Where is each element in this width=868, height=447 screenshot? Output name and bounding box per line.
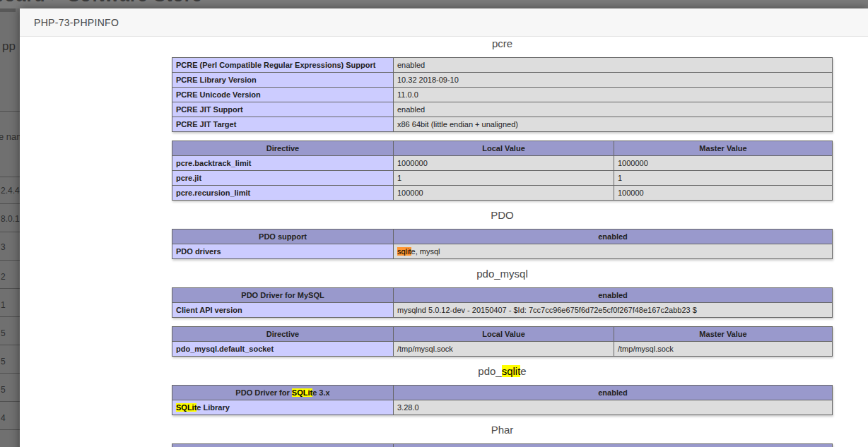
table-row: pcre.recursion_limit 100000 100000 — [172, 186, 833, 201]
phar-table: Phar: PHP Archive support enabled — [172, 443, 833, 447]
table-row: PCRE Library Version 10.32 2018-09-10 — [172, 73, 833, 88]
find-highlight-match: sqlit — [502, 365, 521, 377]
table-row: PDO drivers sqlite, mysql — [172, 244, 833, 259]
background-column-header-fragment: e nam — [0, 131, 20, 142]
background-divider — [0, 429, 20, 430]
master-value-cell: 1 — [614, 171, 833, 186]
prop-label-cell: PCRE (Perl Compatible Regular Expression… — [172, 58, 394, 73]
background-divider — [0, 260, 20, 261]
background-divider — [0, 288, 20, 289]
table-row: PCRE (Perl Compatible Regular Expression… — [172, 58, 833, 73]
prop-label-cell: SQLite Library — [172, 400, 394, 415]
background-cell-fragment: 5 — [1, 328, 6, 338]
background-divider — [0, 177, 20, 177]
background-block — [0, 8, 16, 12]
modal-title: PHP-73-PHPINFO — [34, 17, 119, 28]
find-highlight-match: SQLit — [292, 388, 312, 397]
column-header: Directive — [172, 141, 394, 156]
prop-label-cell: PDO drivers — [172, 244, 394, 259]
prop-value-cell: 11.0.0 — [394, 88, 833, 102]
prop-label-cell: PCRE JIT Support — [172, 102, 394, 117]
background-text-fragment: pp — [2, 40, 16, 54]
column-header: Directive — [172, 327, 394, 342]
column-header: Master Value — [614, 141, 833, 156]
directive-cell: pcre.jit — [172, 171, 394, 186]
prop-value-cell: sqlite, mysql — [394, 244, 833, 259]
local-value-cell: /tmp/mysql.sock — [394, 342, 614, 357]
column-header: Local Value — [394, 327, 614, 342]
modal-header: PHP-73-PHPINFO — [20, 8, 868, 37]
background-divider — [0, 373, 20, 374]
background-divider — [0, 232, 20, 232]
table-title-value-cell: enabled — [394, 230, 833, 244]
table-header-row: PDO Driver for SQLite 3.x enabled — [172, 386, 833, 400]
table-header-row: PDO Driver for MySQL enabled — [172, 288, 833, 303]
background-cell-fragment: 4 — [1, 413, 6, 423]
table-row: Client API version mysqlnd 5.0.12-dev - … — [172, 303, 833, 318]
table-title-cell: Phar: PHP Archive support — [172, 444, 394, 447]
modal-body-scroll-area[interactable]: pcre PCRE (Perl Compatible Regular Expre… — [20, 37, 868, 447]
section-heading-pdo: PDO — [172, 209, 833, 221]
table-row: PCRE JIT Support enabled — [172, 102, 833, 117]
modal-backdrop[interactable]: pp e nam 2.4.4 8.0.1 3 2 1 5 5 5 4 — [0, 8, 20, 447]
table-row: PCRE JIT Target x86 64bit (little endian… — [172, 117, 833, 132]
table-title-value-cell: enabled — [394, 386, 833, 400]
section-heading-pcre: pcre — [172, 37, 833, 49]
table-row: PCRE Unicode Version 11.0.0 — [172, 88, 833, 102]
pcre-properties-table: PCRE (Perl Compatible Regular Expression… — [172, 57, 833, 132]
table-title-value-cell: enabled — [394, 288, 833, 303]
master-value-cell: 1000000 — [614, 156, 833, 171]
phpinfo-modal: PHP-73-PHPINFO pcre PCRE (Perl Compatibl… — [20, 8, 868, 447]
table-title-cell: PDO Driver for MySQL — [172, 288, 394, 303]
find-highlight-active: sqlit — [397, 247, 411, 256]
table-row: SQLite Library 3.28.0 — [172, 400, 833, 415]
pdo-mysql-table: PDO Driver for MySQL enabled Client API … — [172, 287, 833, 318]
background-divider — [0, 316, 20, 317]
table-header-row: PDO support enabled — [172, 230, 833, 244]
local-value-cell: 100000 — [394, 186, 614, 201]
find-highlight-match: SQLit — [176, 403, 197, 412]
pdo-sqlite-table: PDO Driver for SQLite 3.x enabled SQLite… — [172, 385, 833, 415]
directive-cell: pcre.recursion_limit — [172, 186, 394, 201]
pdo-support-table: PDO support enabled PDO drivers sqlite, … — [172, 229, 833, 259]
section-heading-phar: Phar — [172, 424, 833, 436]
table-title-cell: PDO Driver for SQLite 3.x — [172, 386, 394, 400]
background-divider — [0, 203, 20, 204]
prop-label-cell: Client API version — [172, 303, 394, 318]
section-heading-pdo-sqlite: pdo_sqlite — [172, 365, 833, 377]
background-cell-fragment: 1 — [1, 300, 6, 310]
local-value-cell: 1 — [394, 171, 614, 186]
prop-value-cell: 10.32 2018-09-10 — [394, 73, 833, 88]
master-value-cell: 100000 — [614, 186, 833, 201]
background-breadcrumb: board > Software Store — [0, 0, 202, 6]
table-title-value-cell: enabled — [394, 444, 833, 447]
pcre-directives-table: Directive Local Value Master Value pcre.… — [172, 141, 833, 201]
background-divider — [0, 401, 20, 402]
table-title-cell: PDO support — [172, 230, 394, 244]
background-cell-fragment: 8.0.1 — [1, 214, 20, 224]
background-divider — [0, 111, 20, 112]
table-row: pdo_mysql.default_socket /tmp/mysql.sock… — [172, 342, 833, 357]
table-row: pcre.jit 1 1 — [172, 171, 833, 186]
prop-value-cell: x86 64bit (little endian + unaligned) — [394, 117, 833, 132]
background-cell-fragment: 2 — [1, 272, 6, 282]
table-header-row: Directive Local Value Master Value — [172, 141, 833, 156]
prop-label-cell: PCRE Unicode Version — [172, 88, 394, 102]
background-cell-fragment: 2.4.4 — [1, 186, 20, 196]
prop-label-cell: PCRE JIT Target — [172, 117, 394, 132]
prop-label-cell: PCRE Library Version — [172, 73, 394, 88]
local-value-cell: 1000000 — [394, 156, 614, 171]
prop-value-cell: mysqlnd 5.0.12-dev - 20150407 - $Id: 7cc… — [394, 303, 833, 318]
table-row: pcre.backtrack_limit 1000000 1000000 — [172, 156, 833, 171]
background-cell-fragment: 5 — [1, 357, 6, 366]
prop-value-cell: enabled — [394, 102, 833, 117]
directive-cell: pdo_mysql.default_socket — [172, 342, 394, 357]
column-header: Local Value — [394, 141, 614, 156]
master-value-cell: /tmp/mysql.sock — [614, 342, 833, 357]
prop-value-cell: enabled — [394, 58, 833, 73]
section-heading-pdo-mysql: pdo_mysql — [172, 268, 833, 280]
pdo-mysql-directives-table: Directive Local Value Master Value pdo_m… — [172, 326, 833, 357]
background-cell-fragment: 3 — [1, 242, 6, 252]
column-header: Master Value — [614, 327, 833, 342]
prop-value-cell: 3.28.0 — [394, 400, 833, 415]
